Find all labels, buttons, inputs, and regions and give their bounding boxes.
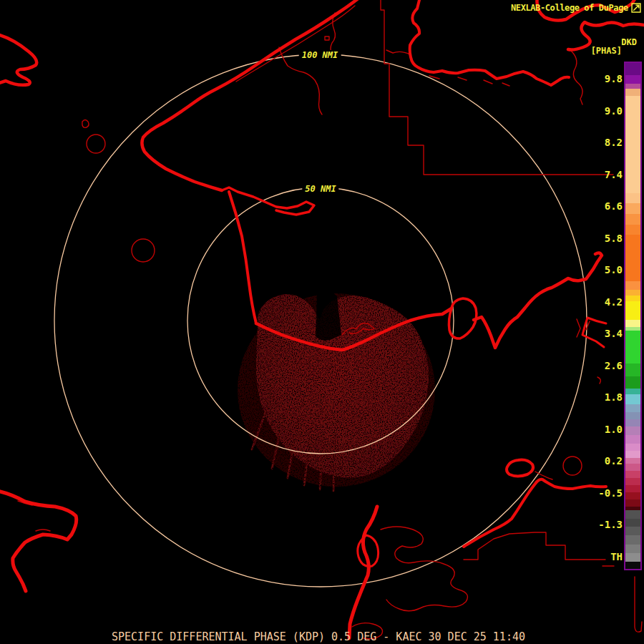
range-ring-label-100: 100 NMI [299,50,341,60]
colorbar-label: 5.0 [580,265,623,275]
colorbar-segment [625,510,640,519]
product-caption: SPECIFIC DIFFERENTIAL PHASE (KDP) 0.5 DE… [112,630,525,643]
colorbar-segment [625,193,640,203]
colorbar-label: TH [580,552,623,562]
colorbar-segment [625,545,640,553]
brand-text: NEXLAB-College of DuPage [511,3,628,13]
colorbar [624,62,642,570]
colorbar-segment [625,376,640,389]
colorbar-segment [625,485,640,492]
colorbar-segment [625,527,640,535]
colorbar-label: -1.3 [580,519,623,530]
colorbar-segment [625,364,640,376]
colorbar-label: 0.2 [580,456,623,466]
colorbar-segment [625,63,640,75]
colorbar-label: 9.8 [580,74,623,84]
colorbar-segment [625,404,640,412]
colorbar-segment [625,281,640,290]
colorbar-segment [625,426,640,435]
colorbar-segment [625,444,640,451]
brand-title: NEXLAB-College of DuPage [511,3,641,13]
colorbar-segment [625,499,640,507]
colorbar-segment [625,89,640,96]
colorbar-segment [625,301,640,320]
colorbar-label: 6.6 [580,201,623,211]
colorbar-segment [625,451,640,458]
colorbar-segment [625,435,640,444]
colorbar-segment [625,394,640,404]
colorbar-label: 1.8 [580,392,623,402]
colorbar-segment [625,419,640,426]
colorbar-label: 3.4 [580,328,623,338]
colorbar-segment [625,553,640,562]
colorbar-segment [625,96,640,193]
product-unit: [PHAS] [591,46,622,56]
colorbar-label: 4.2 [580,297,623,307]
colorbar-label: 5.8 [580,233,623,243]
colorbar-segment [625,535,640,545]
colorbar-label: 9.0 [580,106,623,116]
colorbar-label: 7.4 [580,170,623,180]
colorbar-segment [625,203,640,214]
colorbar-segment [625,225,640,235]
range-ring-label-50: 50 NMI [302,184,338,194]
colorbar-segment [625,562,640,569]
colorbar-segment [625,412,640,419]
colorbar-segment [625,464,640,471]
radar-viewport: 100 NMI 50 NMI NEXLAB-College of DuPage … [0,0,644,644]
colorbar-segment [625,290,640,296]
colorbar-segment [625,471,640,478]
radar-map-canvas [0,0,644,644]
colorbar-segment [625,492,640,499]
colorbar-label: 2.6 [580,361,623,371]
colorbar-segment [625,296,640,301]
colorbar-segment [625,320,640,327]
corner-flag-icon [631,3,641,13]
colorbar-segment [625,389,640,394]
colorbar-segment [625,84,640,89]
product-code: DKD [621,37,637,47]
colorbar-label: 1.0 [580,424,623,434]
radar-echo-kdp [238,289,435,491]
colorbar-segment [625,235,640,281]
colorbar-label: -0.5 [580,488,623,498]
colorbar-segment [625,519,640,527]
colorbar-label: 8.2 [580,137,623,147]
colorbar-segment [625,75,640,84]
colorbar-segment [625,331,640,364]
colorbar-segment [625,214,640,225]
colorbar-segment [625,458,640,464]
colorbar-segment [625,478,640,485]
